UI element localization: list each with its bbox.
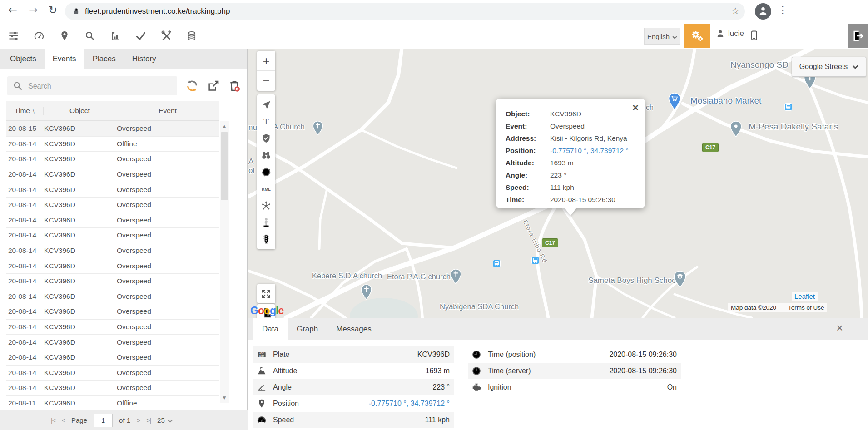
refresh-button[interactable] xyxy=(185,79,199,93)
column-object[interactable]: Object xyxy=(44,107,116,115)
page-size-select[interactable]: 25 xyxy=(157,416,173,424)
event-row[interactable]: 20-08-14 KCV396D Overspeed xyxy=(6,258,219,274)
toolbar-magnifier-icon[interactable] xyxy=(84,30,95,41)
event-object: KCV396D xyxy=(43,323,116,331)
event-row[interactable]: 20-08-14 KCV396D Overspeed xyxy=(6,304,219,320)
toolbar-report-icon[interactable] xyxy=(110,30,121,41)
event-row[interactable]: 20-08-14 KCV396D Overspeed xyxy=(6,152,219,167)
next-page-button[interactable]: > xyxy=(137,417,140,424)
search-box[interactable] xyxy=(7,76,177,95)
event-row[interactable]: 20-08-14 KCV396D Overspeed xyxy=(6,167,219,183)
map-tool-navarrow-icon[interactable] xyxy=(257,96,275,113)
event-row[interactable]: 20-08-14 KCV396D Overspeed xyxy=(6,335,219,350)
logout-button[interactable] xyxy=(848,24,868,48)
toolbar-coins-icon[interactable] xyxy=(186,30,197,41)
language-select[interactable]: English xyxy=(644,28,680,45)
page-number-input[interactable] xyxy=(94,414,113,427)
map-tool-shield-icon[interactable] xyxy=(257,130,275,147)
mobile-app-icon[interactable] xyxy=(749,29,759,42)
events-scrollbar[interactable]: ▲ ▼ xyxy=(220,121,229,403)
browser-menu-icon[interactable]: ⋮ xyxy=(778,4,788,15)
address-bar[interactable]: fleet.prudentinvestment.co.ke/tracking.p… xyxy=(65,3,745,20)
toolbar-check-icon[interactable] xyxy=(135,30,146,41)
event-row[interactable]: 20-08-14 KCV396D Overspeed xyxy=(6,366,219,381)
event-row[interactable]: 20-08-14 KCV396D Overspeed xyxy=(6,274,219,289)
map-tool-traffic-icon[interactable] xyxy=(257,231,275,247)
scroll-down-icon[interactable]: ▼ xyxy=(220,395,229,400)
event-row[interactable]: 20-08-14 KCV396D Offline xyxy=(6,137,219,152)
map-tool-polygon-icon[interactable] xyxy=(257,163,275,180)
object-data-panel: DataGraphMessages × ABC1234 Plate KCV396… xyxy=(248,318,868,430)
bookmark-star-icon[interactable]: ☆ xyxy=(731,5,739,16)
event-row[interactable]: 20-08-14 KCV396D Overspeed xyxy=(6,198,219,213)
column-event[interactable]: Event xyxy=(116,107,219,115)
reload-icon[interactable]: ↻ xyxy=(48,4,57,16)
event-row[interactable]: 20-08-14 KCV396D Overspeed xyxy=(6,228,219,243)
popup-row-label: Address: xyxy=(506,134,536,143)
user-menu[interactable]: lucie xyxy=(716,29,744,38)
map-tool-textT-icon[interactable]: T xyxy=(257,113,275,130)
event-row[interactable]: 20-08-14 KCV396D Overspeed xyxy=(6,243,219,259)
leaflet-attribution-link[interactable]: Leaflet xyxy=(792,292,818,301)
popup-row-label: Time: xyxy=(506,196,524,204)
zoom-in-button[interactable]: + xyxy=(257,51,275,71)
tab-history[interactable]: History xyxy=(124,49,164,69)
toolbar-gauge-icon[interactable] xyxy=(34,30,45,41)
tab-events[interactable]: Events xyxy=(45,49,84,69)
map-tool-cluster-icon[interactable] xyxy=(257,197,275,214)
back-icon[interactable]: ← xyxy=(8,4,17,16)
delete-events-button[interactable] xyxy=(228,79,241,93)
prev-page-button[interactable]: < xyxy=(62,417,65,424)
event-row[interactable]: 20-08-15 KCV396D Overspeed xyxy=(6,121,219,137)
event-row[interactable]: 20-08-14 KCV396D Overspeed xyxy=(6,213,219,228)
event-time: 20-08-14 xyxy=(6,247,43,255)
map-place-label: M-Pesa Dakelly Safaris xyxy=(749,122,838,132)
event-row[interactable]: 20-08-14 KCV396D Overspeed xyxy=(6,350,219,366)
column-time[interactable]: Time∖ xyxy=(6,107,44,115)
data-tab-messages[interactable]: Messages xyxy=(327,318,380,340)
zoom-out-button[interactable]: − xyxy=(257,71,275,91)
terms-of-use-link[interactable]: Terms of Use xyxy=(788,304,824,311)
data-row-plate: ABC1234 Plate KCV396D xyxy=(253,346,454,363)
first-page-button[interactable]: |< xyxy=(51,417,55,424)
events-table-header[interactable]: Time∖ Object Event xyxy=(6,101,219,121)
event-row[interactable]: 20-08-14 KCV396D Overspeed xyxy=(6,320,219,335)
map-attribution: Map data ©2020 Terms of Use xyxy=(728,303,827,312)
map-place-label: Nyansongo SD xyxy=(730,60,789,70)
browser-profile-avatar[interactable] xyxy=(755,3,771,20)
data-tab-data[interactable]: Data xyxy=(253,318,288,340)
scroll-up-icon[interactable]: ▲ xyxy=(220,124,229,129)
data-tab-graph[interactable]: Graph xyxy=(288,318,327,340)
tab-places[interactable]: Places xyxy=(84,49,124,69)
forward-icon[interactable]: → xyxy=(29,4,38,16)
data-row-value[interactable]: -0.775710 °, 34.739712 ° xyxy=(369,400,450,408)
map-tool-kml-icon[interactable]: KML xyxy=(257,180,275,197)
fullscreen-button[interactable] xyxy=(257,284,275,303)
map-canvas[interactable]: Nyansongo SDchMosiabano MarketM-Pesa Dak… xyxy=(248,49,868,318)
export-button[interactable] xyxy=(207,79,220,93)
url-text[interactable]: fleet.prudentinvestment.co.ke/tracking.p… xyxy=(85,7,230,16)
tab-objects[interactable]: Objects xyxy=(2,49,45,69)
settings-gears-button[interactable] xyxy=(684,24,710,48)
event-object: KCV396D xyxy=(43,140,116,148)
event-type: Overspeed xyxy=(116,307,218,316)
toolbar-tools-icon[interactable] xyxy=(161,30,172,41)
toolbar-pin-icon[interactable] xyxy=(59,30,70,41)
event-row[interactable]: 20-08-14 KCV396D Overspeed xyxy=(6,182,219,198)
data-row-time-position-: Time (position) 2020-08-15 09:26:30 xyxy=(468,346,681,363)
last-page-button[interactable]: >| xyxy=(146,417,151,424)
church-pin-icon xyxy=(312,121,323,135)
event-row[interactable]: 20-08-11 KCV396D Offline xyxy=(6,396,219,411)
toolbar-sliders-icon[interactable] xyxy=(8,30,19,41)
event-type: Overspeed xyxy=(116,186,218,194)
data-panel-close-icon[interactable]: × xyxy=(836,321,843,335)
event-row[interactable]: 20-08-14 KCV396D Overspeed xyxy=(6,381,219,396)
scrollbar-thumb[interactable] xyxy=(221,132,228,200)
event-row[interactable]: 20-08-14 KCV396D Overspeed xyxy=(6,289,219,305)
map-tool-binoculars-icon[interactable] xyxy=(257,147,275,163)
map-layer-select[interactable]: Google Streets xyxy=(792,57,866,77)
church-pin-icon xyxy=(450,269,461,284)
map-tool-streetview-icon[interactable] xyxy=(257,214,275,231)
popup-row-value[interactable]: -0.775710 °, 34.739712 ° xyxy=(550,147,629,155)
search-input[interactable] xyxy=(27,76,174,96)
